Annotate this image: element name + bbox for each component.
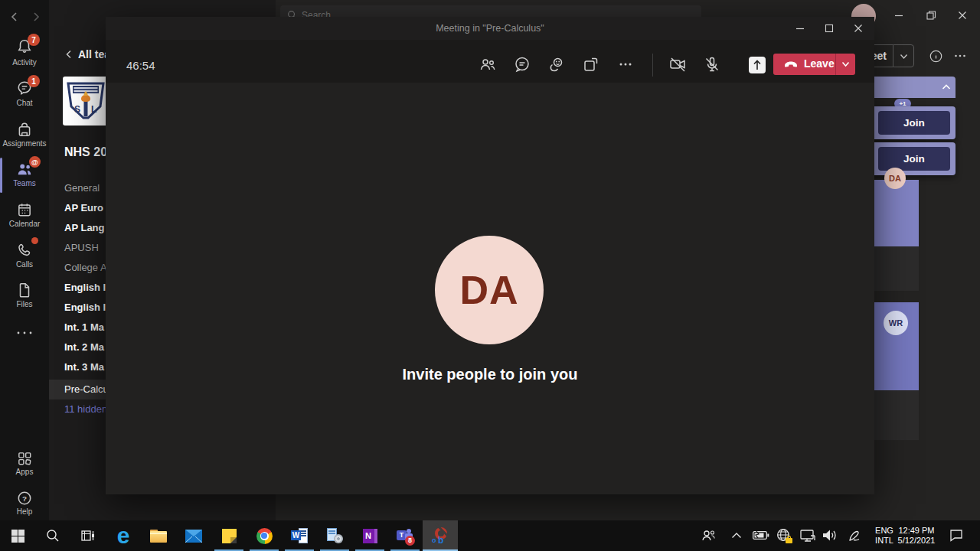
taskbar-onenote-button[interactable]: N [352,520,387,551]
stage-avatar: DA [435,236,544,344]
app-minimize-button[interactable] [893,10,904,21]
action-center-icon[interactable] [949,529,963,542]
rail-item-calendar[interactable] [0,201,49,218]
back-arrow-icon[interactable] [9,11,20,22]
channel-general[interactable]: General [64,178,100,198]
rail-item-teams[interactable] [0,161,49,178]
taskbar-stickynotes-button[interactable] [211,520,247,551]
taskbar-teams-button[interactable]: T 8 [387,520,423,551]
meeting-chat-icon[interactable] [513,55,531,73]
tray-network-icon[interactable] [776,528,791,543]
leave-divider [835,54,836,75]
channel-apush[interactable]: APUSH [64,238,99,258]
taskbar-disc-button[interactable] [317,520,352,551]
tray-pen-icon[interactable] [848,529,861,543]
rail-label-teams: Teams [0,179,49,187]
teams-badge: @ [29,156,41,168]
tray-clock[interactable]: 12:49 PM 5/12/2021 [894,526,939,546]
taskbar-word-button[interactable]: W [282,520,317,551]
leave-button[interactable]: Leave [773,54,855,75]
channel-int3-math[interactable]: Int. 3 Ma [64,357,104,377]
dark-card-2 [874,390,919,440]
channel-ap-lang[interactable]: AP Lang [64,218,105,238]
more-dots-icon [15,329,34,337]
taskbar-recorder-button[interactable]: b o [423,520,458,551]
rail-label-assignments: Assignments [0,139,49,148]
meet-dropdown-button[interactable] [893,44,914,67]
taskbar-mail-button[interactable] [176,520,211,551]
svg-text:S: S [74,104,80,115]
tray-chevron-up-icon[interactable] [731,532,742,539]
header-more-icon[interactable] [954,54,966,58]
join-button-1[interactable]: Join [878,111,950,135]
tray-volume-icon[interactable] [822,529,837,542]
share-button[interactable] [749,57,766,73]
tray-language[interactable]: ENG INTL [871,526,897,546]
rail-label-calendar: Calendar [0,220,49,228]
rail-item-help[interactable]: ? [0,490,49,507]
app-restore-button[interactable] [926,10,936,21]
forward-arrow-icon[interactable] [31,11,41,22]
taskbar-taskview-button[interactable] [70,520,106,551]
taskbar-chrome-button[interactable] [247,520,282,551]
tray-display-icon[interactable] [800,530,815,542]
invite-text: Invite people to join you [106,366,874,383]
channel-english-2a[interactable]: English II [64,278,109,298]
meeting-stage: DA Invite people to join you [106,83,874,494]
rail-item-activity[interactable] [0,38,49,55]
rail-item-assignments[interactable] [0,121,49,138]
app-close-button[interactable] [957,10,968,21]
meeting-minimize-button[interactable] [795,23,805,34]
breakout-rooms-icon[interactable] [582,55,600,73]
rail-label-files: Files [0,300,49,308]
meeting-title: Meeting in "Pre-Calculus" [106,17,874,40]
meeting-close-button[interactable] [853,23,864,34]
channel-int1-math[interactable]: Int. 1 Ma [64,318,104,337]
join-button-2[interactable]: Join [878,147,950,171]
share-arrow-icon [752,59,763,71]
help-icon: ? [16,490,33,507]
reactions-icon[interactable] [547,55,566,73]
tray-time: 12:49 PM [894,526,939,536]
chevron-up-icon [942,83,951,90]
hidden-channels-link[interactable]: 11 hidden [64,403,107,415]
participants-icon[interactable] [479,55,497,73]
channel-ap-euro[interactable]: AP Euro [64,198,103,218]
taskbar-start-button[interactable] [0,520,35,551]
meeting-more-icon[interactable] [616,55,635,73]
all-teams-back-icon[interactable] [64,50,74,59]
channel-int2-math[interactable]: Int. 2 Ma [64,337,104,357]
leave-button-label: Leave [804,57,835,70]
taskbar-search-button[interactable] [35,520,70,551]
chrome-icon [256,528,273,544]
mail-icon [185,530,202,543]
channel-college-a[interactable]: College A [64,258,107,278]
meet-panel-banner[interactable] [868,77,956,98]
task-view-icon [80,529,96,543]
disc-app-icon [327,528,343,543]
calls-badge-dot [31,237,38,244]
teams-app-icon: T 8 [397,528,413,544]
participant-avatar-da: DA [884,168,906,189]
channel-pre-calculus[interactable]: Pre-Calcu [64,380,109,399]
rail-item-apps[interactable] [0,450,49,467]
meeting-maximize-button[interactable] [824,23,835,34]
rail-item-files[interactable] [0,282,49,298]
rail-label-help: Help [0,507,49,516]
taskbar-edge-button[interactable]: e [106,520,141,551]
taskbar: e [0,520,980,551]
mic-off-icon[interactable] [703,55,721,73]
chat-badge: 1 [28,75,40,87]
rail-item-more[interactable] [15,329,34,337]
info-icon[interactable] [929,50,942,63]
tray-battery-icon[interactable] [753,530,769,540]
tray-people-icon[interactable] [701,529,716,543]
taskbar-explorer-button[interactable] [141,520,176,551]
leave-phone-icon [783,60,799,68]
leave-dropdown-icon[interactable] [841,61,850,67]
camera-off-icon[interactable] [668,55,687,73]
rail-item-calls[interactable] [0,242,49,259]
channel-english-2b[interactable]: English II [64,298,109,318]
team-name: NHS 20 [64,145,107,159]
rail-item-chat[interactable] [0,80,49,96]
